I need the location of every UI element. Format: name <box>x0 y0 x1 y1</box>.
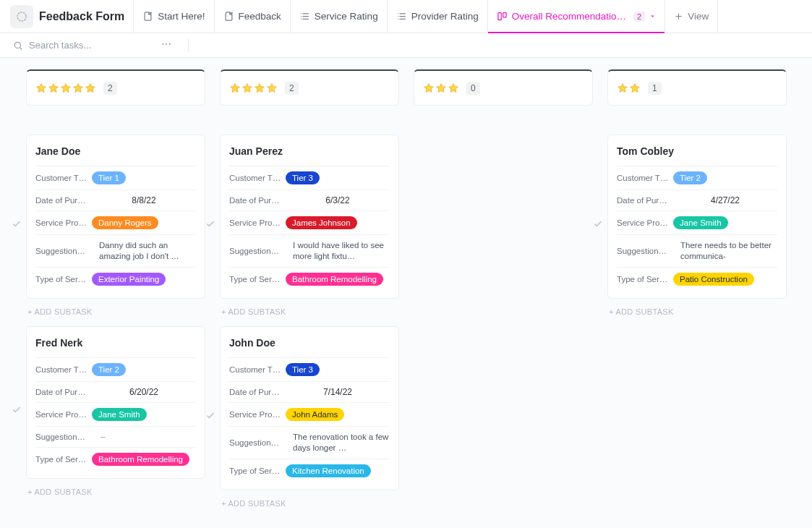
check-icon[interactable] <box>593 219 603 231</box>
field-label: Date of Pur… <box>229 388 281 396</box>
tab-label: Feedback <box>239 11 281 22</box>
column-header[interactable]: 2 <box>26 69 205 106</box>
field-customer-tier: Customer T… Tier 3 <box>229 357 390 381</box>
field-service-type: Type of Ser… Patio Construction <box>617 267 777 291</box>
star-icon <box>435 82 447 94</box>
svg-point-0 <box>17 12 26 21</box>
field-label: Customer T… <box>35 174 87 182</box>
star-icon <box>242 82 253 94</box>
column-count: 1 <box>648 82 662 95</box>
field-label: Customer T… <box>617 174 669 182</box>
service-pill: Bathroom Remodelling <box>92 453 189 466</box>
task-card-wrap: John Doe Customer T… Tier 3 Date of Pur…… <box>220 326 399 508</box>
field-label: Service Pro… <box>229 218 281 227</box>
task-card-wrap: Jane Doe Customer T… Tier 1 Date of Pur…… <box>26 135 205 316</box>
star-icon <box>35 82 47 94</box>
tab-provider-rating[interactable]: Provider Rating <box>387 0 487 33</box>
provider-pill: John Adams <box>286 408 344 421</box>
star-icon <box>266 82 278 94</box>
tab-add-view[interactable]: View <box>664 0 718 33</box>
add-subtask-button[interactable]: + ADD SUBTASK <box>26 302 205 316</box>
field-service-type: Type of Ser… Kitchen Renovation <box>229 459 390 482</box>
field-label: Date of Pur… <box>229 196 281 205</box>
tab-label: Start Here! <box>158 11 205 22</box>
field-label: Date of Pur… <box>35 196 87 205</box>
tab-feedback[interactable]: Feedback <box>214 0 290 33</box>
field-label: Type of Ser… <box>229 275 281 284</box>
board-column: 0 <box>414 69 593 508</box>
field-customer-tier: Customer T… Tier 3 <box>229 166 390 190</box>
field-label: Customer T… <box>229 365 281 374</box>
column-cards: Tom Cobley Customer T… Tier 2 Date of Pu… <box>607 135 787 316</box>
space-icon <box>10 5 33 28</box>
search-input[interactable] <box>29 40 137 51</box>
search-icon <box>13 41 23 51</box>
task-card[interactable]: Tom Cobley Customer T… Tier 2 Date of Pu… <box>607 135 787 299</box>
dots-horizontal-icon <box>161 38 172 50</box>
task-card[interactable]: Jane Doe Customer T… Tier 1 Date of Pur…… <box>26 135 205 299</box>
star-icon <box>629 82 641 94</box>
suggestion-value: There needs to be better communica- <box>673 240 777 262</box>
task-title: John Doe <box>229 337 390 349</box>
field-customer-tier: Customer T… Tier 2 <box>35 357 196 381</box>
add-subtask-button[interactable]: + ADD SUBTASK <box>220 493 399 508</box>
column-header[interactable]: 0 <box>414 69 593 106</box>
field-service-type: Type of Ser… Bathroom Remodelling <box>35 447 196 471</box>
column-header[interactable]: 1 <box>607 69 787 106</box>
add-subtask-button[interactable]: + ADD SUBTASK <box>220 302 399 316</box>
add-subtask-button[interactable]: + ADD SUBTASK <box>607 302 787 316</box>
tab-start-here[interactable]: Start Here! <box>133 0 213 33</box>
field-label: Suggestion… <box>617 247 669 255</box>
star-rating <box>35 82 96 94</box>
toolbar <box>0 33 812 58</box>
field-label: Type of Ser… <box>35 275 87 284</box>
task-card-wrap: Fred Nerk Customer T… Tier 2 Date of Pur… <box>26 326 205 496</box>
tier-pill: Tier 3 <box>286 363 320 376</box>
svg-rect-1 <box>498 13 501 20</box>
field-customer-tier: Customer T… Tier 2 <box>617 166 777 190</box>
field-label: Service Pro… <box>35 218 87 227</box>
suggestion-value: I would have liked to see more light fix… <box>286 240 390 262</box>
check-icon[interactable] <box>12 405 22 417</box>
field-label: Type of Ser… <box>35 455 87 464</box>
date-value: 8/8/22 <box>92 195 196 205</box>
board-column: 1 Tom Cobley Customer T… Tier 2 Date of … <box>607 69 787 508</box>
task-card[interactable]: Juan Perez Customer T… Tier 3 Date of Pu… <box>220 135 399 299</box>
service-pill: Patio Construction <box>673 273 754 286</box>
tab-overall-recommendation[interactable]: Overall Recommendatio… 2 <box>487 0 664 33</box>
svg-point-5 <box>166 43 167 45</box>
check-icon[interactable] <box>12 219 22 231</box>
field-label: Service Pro… <box>229 410 281 419</box>
check-icon[interactable] <box>205 411 215 423</box>
field-date: Date of Pur… 4/27/22 <box>617 190 777 210</box>
suggestion-value: – <box>92 432 196 442</box>
field-suggestion: Suggestion… – <box>35 426 196 447</box>
task-card[interactable]: Fred Nerk Customer T… Tier 2 Date of Pur… <box>26 326 205 479</box>
tab-label: View <box>688 11 709 22</box>
date-value: 7/14/22 <box>286 387 390 397</box>
field-date: Date of Pur… 6/20/22 <box>35 381 196 402</box>
column-header[interactable]: 2 <box>220 69 399 106</box>
tab-service-rating[interactable]: Service Rating <box>290 0 387 33</box>
field-suggestion: Suggestion… The renovation took a few da… <box>229 426 390 459</box>
field-label: Suggestion… <box>229 438 281 447</box>
board-icon <box>497 11 508 22</box>
field-label: Type of Ser… <box>617 275 669 284</box>
add-subtask-button[interactable]: + ADD SUBTASK <box>26 482 205 496</box>
field-label: Date of Pur… <box>35 388 87 396</box>
field-provider: Service Pro… Jane Smith <box>617 210 777 234</box>
doc-icon <box>223 11 234 22</box>
task-card[interactable]: John Doe Customer T… Tier 3 Date of Pur…… <box>220 326 399 490</box>
service-pill: Exterior Painting <box>92 273 166 286</box>
star-icon <box>423 82 435 94</box>
task-title: Jane Doe <box>35 145 196 157</box>
field-label: Suggestion… <box>35 247 87 255</box>
field-date: Date of Pur… 7/14/22 <box>229 381 390 402</box>
field-provider: Service Pro… Jane Smith <box>35 402 196 426</box>
top-nav: Feedback Form Start Here! Feedback Servi… <box>0 0 812 33</box>
check-icon[interactable] <box>205 219 215 231</box>
field-suggestion: Suggestion… I would have liked to see mo… <box>229 234 390 267</box>
more-options-button[interactable] <box>158 35 175 55</box>
page-title: Feedback Form <box>39 10 124 23</box>
date-value: 6/20/22 <box>92 387 196 397</box>
